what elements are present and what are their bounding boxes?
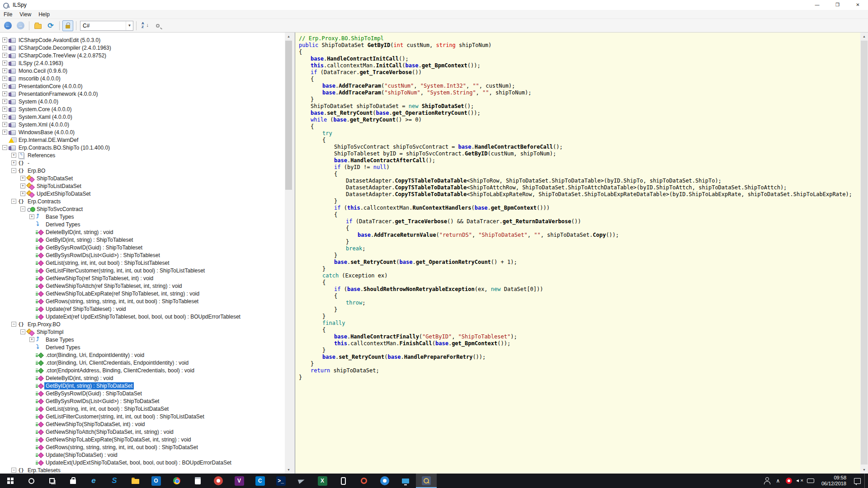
tree-item[interactable]: +mscorlib (4.0.0.0) bbox=[0, 75, 285, 82]
tree-item[interactable]: .ctor(Binding, Uri, EndpointIdentity) : … bbox=[0, 351, 285, 359]
tree-scrollbar[interactable]: ▲ ▼ bbox=[285, 33, 292, 474]
taskbar-app-orange-ring-app[interactable] bbox=[354, 474, 374, 488]
expand-icon[interactable]: + bbox=[29, 337, 34, 342]
collapse-icon[interactable]: − bbox=[11, 468, 16, 473]
tree-item[interactable]: GetNewShipToLabExpRate(ref ShipToTablese… bbox=[0, 290, 285, 297]
tree-item[interactable]: DeleteByID(int, string) : void bbox=[0, 374, 285, 382]
tree-item[interactable]: +Base Types bbox=[0, 213, 285, 221]
scroll-down-icon[interactable]: ▼ bbox=[285, 466, 292, 474]
expand-icon[interactable]: + bbox=[2, 45, 7, 50]
collapse-icon[interactable]: − bbox=[20, 329, 25, 334]
tray-people[interactable] bbox=[762, 474, 773, 488]
tree-item[interactable]: +System.Core (4.0.0.0) bbox=[0, 105, 285, 113]
tree-item[interactable]: GetRows(string, string, string, int, int… bbox=[0, 443, 285, 451]
tree-item[interactable]: −Erp.Contracts bbox=[0, 197, 285, 205]
expand-icon[interactable]: + bbox=[2, 91, 7, 96]
taskbar-app-ilspy[interactable] bbox=[416, 474, 437, 488]
taskbar-app-purple-app[interactable]: V bbox=[229, 474, 250, 488]
expand-icon[interactable]: + bbox=[20, 191, 25, 196]
tree-item[interactable]: GetBySysRowIDs(List<Guid>) : ShipToTable… bbox=[0, 251, 285, 259]
tree-item[interactable]: +System (4.0.0.0) bbox=[0, 98, 285, 105]
taskbar-app-powershell[interactable]: >_ bbox=[270, 474, 291, 488]
tree-item[interactable]: Derived Types bbox=[0, 221, 285, 228]
tree-item[interactable]: .ctor(Binding, Uri, ClientCredentials, E… bbox=[0, 359, 285, 366]
tree-item[interactable]: GetListFilterCustomer(string, int, int, … bbox=[0, 267, 285, 274]
tree-item[interactable]: −ShipToSvcContract bbox=[0, 205, 285, 213]
expand-icon[interactable]: + bbox=[2, 38, 7, 42]
tree-item[interactable]: +WindowsBase (4.0.0.0) bbox=[0, 128, 285, 136]
tree-item[interactable]: +ICSharpCode.AvalonEdit (5.0.3.0) bbox=[0, 36, 285, 44]
expand-icon[interactable]: + bbox=[11, 160, 16, 165]
tray-volume-muted[interactable] bbox=[794, 474, 805, 488]
taskbar-app-edge[interactable]: e bbox=[83, 474, 104, 488]
expand-icon[interactable]: + bbox=[20, 176, 25, 181]
tree-item[interactable]: +PresentationCore (4.0.0.0) bbox=[0, 82, 285, 90]
collapse-icon[interactable]: − bbox=[11, 199, 16, 204]
taskbar-app-cortana[interactable] bbox=[21, 474, 42, 488]
tree-item[interactable]: UpdateExt(UpdExtShipToDataSet, bool, boo… bbox=[0, 459, 285, 466]
tree-item[interactable]: +- bbox=[0, 159, 285, 167]
tree-item[interactable]: Update(ShipToDataSet) : void bbox=[0, 451, 285, 459]
tree-item[interactable]: +ShipToDataSet bbox=[0, 174, 285, 182]
tree-item[interactable]: GetRows(string, string, string, int, int… bbox=[0, 297, 285, 305]
tree-item[interactable]: +PresentationFramework (4.0.0.0) bbox=[0, 90, 285, 98]
collapse-icon[interactable]: − bbox=[20, 206, 25, 211]
tree-item[interactable]: −Erp.BO bbox=[0, 167, 285, 174]
code-scrollbar[interactable]: ▲ ▼ bbox=[860, 33, 868, 474]
tree-item[interactable]: +ICSharpCode.TreeView (4.2.0.8752) bbox=[0, 52, 285, 59]
tray-touch-keyboard[interactable] bbox=[805, 474, 816, 488]
taskbar-app-phone[interactable] bbox=[333, 474, 354, 488]
sort-assemblies-button[interactable]: AZ↓ bbox=[139, 20, 151, 31]
taskbar-app-calculator[interactable] bbox=[187, 474, 208, 488]
tree-item[interactable]: GetNewShipToAttch(ref ShipToTableset, in… bbox=[0, 282, 285, 290]
expand-icon[interactable]: + bbox=[11, 153, 16, 158]
tree-item[interactable]: +System.Xml (4.0.0.0) bbox=[0, 121, 285, 128]
tree-item[interactable]: GetNewShipTo(ShipToDataSet, int) : void bbox=[0, 420, 285, 428]
expand-icon[interactable]: + bbox=[2, 53, 7, 58]
tree-item[interactable]: Derived Types bbox=[0, 343, 285, 351]
tray-alert-badge[interactable] bbox=[783, 474, 794, 488]
visibility-toggle-button[interactable] bbox=[62, 20, 73, 31]
expand-icon[interactable]: + bbox=[20, 183, 25, 188]
language-select[interactable]: C# ▼ bbox=[80, 21, 133, 31]
expand-icon[interactable]: + bbox=[2, 107, 7, 112]
tree-item[interactable]: GetListFilterCustomer(string, int, int, … bbox=[0, 413, 285, 420]
expand-icon[interactable]: + bbox=[2, 61, 7, 66]
expand-icon[interactable]: + bbox=[2, 76, 7, 81]
tree-item[interactable]: GetNewShipToAttch(ShipToDataSet, int, st… bbox=[0, 428, 285, 436]
expand-icon[interactable]: + bbox=[2, 84, 7, 89]
taskbar-app-vscode[interactable]: C bbox=[250, 474, 270, 488]
tree-item[interactable]: GetBySysRowID(Guid) : ShipToDataSet bbox=[0, 389, 285, 397]
taskbar-app-file-explorer[interactable] bbox=[125, 474, 146, 488]
tree-item[interactable]: GetList(string, int, int, out bool) : Sh… bbox=[0, 259, 285, 267]
taskbar-app-network-app[interactable] bbox=[395, 474, 416, 488]
taskbar-app-excel[interactable]: X bbox=[312, 474, 333, 488]
expand-icon[interactable]: + bbox=[2, 130, 7, 135]
tree-item[interactable]: GetNewShipTo(ref ShipToTableset, int) : … bbox=[0, 274, 285, 282]
tree-item[interactable]: +Base Types bbox=[0, 336, 285, 343]
taskbar-app-task-view[interactable] bbox=[42, 474, 62, 488]
open-assembly-button[interactable] bbox=[32, 20, 44, 31]
taskbar-app-store[interactable] bbox=[62, 474, 83, 488]
tree-item[interactable]: −Erp.Proxy.BO bbox=[0, 320, 285, 328]
expand-icon[interactable]: + bbox=[2, 68, 7, 73]
taskbar-app-blue-app[interactable] bbox=[374, 474, 395, 488]
back-button[interactable]: ← bbox=[2, 20, 14, 31]
show-desktop-button[interactable] bbox=[864, 474, 867, 488]
taskbar-app-skype-business[interactable]: S bbox=[104, 474, 125, 488]
tree-item[interactable]: GetByID(int, string) : ShipToDataSet bbox=[0, 382, 285, 389]
tree-item[interactable]: GetList(string, int, int, out bool) : Sh… bbox=[0, 405, 285, 413]
tree-item[interactable]: GetByID(int, string) : ShipToTableset bbox=[0, 236, 285, 244]
taskbar-app-start[interactable] bbox=[0, 474, 21, 488]
tray-chevron-up[interactable]: ∧ bbox=[773, 474, 783, 488]
tree-item[interactable]: GetNewShipToLabExpRate(ShipToDataSet, in… bbox=[0, 436, 285, 443]
minimize-button[interactable]: — bbox=[807, 0, 827, 10]
menu-item-view[interactable]: View bbox=[16, 10, 35, 19]
scroll-down-icon[interactable]: ▼ bbox=[860, 466, 868, 474]
collapse-icon[interactable]: − bbox=[11, 168, 16, 173]
action-center-button[interactable] bbox=[852, 474, 863, 488]
taskbar-app-outlook[interactable]: O bbox=[146, 474, 166, 488]
close-button[interactable]: ✕ bbox=[848, 0, 868, 10]
refresh-button[interactable]: ⟳ bbox=[45, 20, 57, 31]
search-button[interactable] bbox=[152, 20, 164, 31]
